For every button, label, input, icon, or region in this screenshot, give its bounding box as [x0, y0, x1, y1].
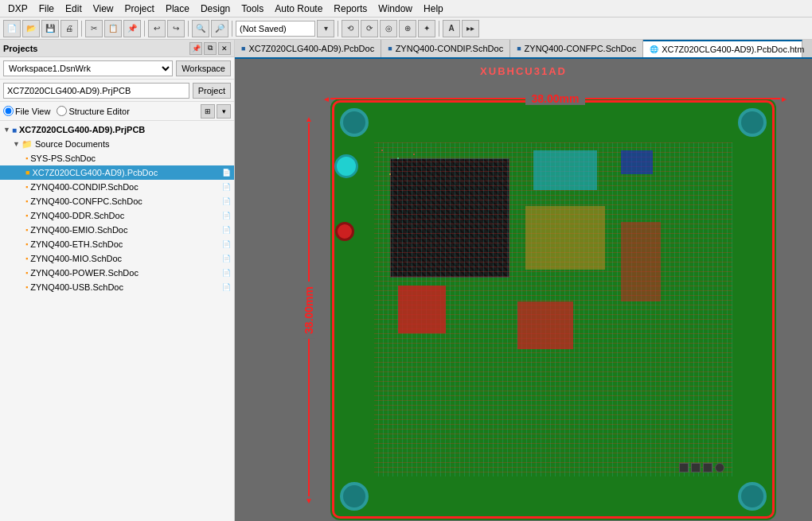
file-status-4: 📄 — [222, 212, 231, 220]
toolbar-copy[interactable]: 📋 — [104, 20, 122, 37]
list-item[interactable]: ■ XC7Z020CLG400-AD9).PcbDoc 📄 — [0, 165, 234, 180]
list-item[interactable]: ▪ ZYNQ400-MIO.SchDoc 📄 — [0, 251, 234, 266]
panel-pin-btn[interactable]: 📌 — [189, 42, 202, 55]
toolbar-b2[interactable]: ⟳ — [361, 20, 378, 37]
dim-h-line — [330, 98, 525, 99]
toolbar-open[interactable]: 📂 — [22, 20, 40, 37]
menu-dxp[interactable]: DXP — [3, 2, 33, 16]
workspace-select[interactable]: Workspace1.DsnWrk — [3, 60, 173, 76]
toolbar-sep6 — [439, 21, 439, 37]
dim-v-container: ▲ 38.00mm ▼ — [303, 115, 315, 505]
pcb-board — [330, 99, 776, 520]
menu-project[interactable]: Project — [120, 2, 159, 16]
view-icons: ⊞ ▾ — [201, 104, 231, 119]
list-item[interactable]: ▪ ZYNQ400-ETH.SchDoc 📄 — [0, 237, 234, 251]
tree-source-docs[interactable]: ▼ 📁 Source Documents — [0, 137, 234, 151]
file-label-9: ZYNQ400-USB.SchDoc — [30, 282, 123, 292]
pcb-canvas[interactable]: XUBHCU31AD ◄ 38.00mm ► ▲ 38.00mm ▼ — [235, 59, 812, 521]
menu-file[interactable]: File — [34, 2, 59, 16]
tab-icon-2: ■ — [517, 45, 521, 52]
file-icon-9: ▪ — [25, 283, 28, 291]
toolbar-sep2 — [144, 21, 145, 37]
file-status-8: 📄 — [222, 269, 231, 277]
comp-6 — [621, 222, 661, 301]
view-icon-expand[interactable]: ⊞ — [201, 104, 215, 119]
tree-toggle-src: ▼ — [13, 140, 20, 148]
file-icon-5: ▪ — [25, 226, 28, 234]
tab-pcbdoc[interactable]: ■ XC7Z020CLG400-AD9).PcbDoc — [235, 40, 381, 57]
menu-help[interactable]: Help — [419, 2, 448, 16]
file-label-5: ZYNQ400-EMIO.SchDoc — [30, 225, 127, 235]
toolbar-b4[interactable]: ⊕ — [399, 20, 416, 37]
toolbar-paste[interactable]: 📌 — [123, 20, 141, 37]
menu-design[interactable]: Design — [196, 2, 235, 16]
file-icon-6: ▪ — [25, 240, 28, 248]
list-item[interactable]: ▪ ZYNQ400-POWER.SchDoc 📄 — [0, 266, 234, 280]
menu-autoroute[interactable]: Auto Route — [270, 2, 327, 16]
toolbar-new[interactable]: 📄 — [3, 20, 21, 37]
menu-bar: DXP File Edit View Project Place Design … — [0, 0, 812, 17]
view-icon-options[interactable]: ▾ — [217, 104, 231, 119]
project-button[interactable]: Project — [193, 83, 231, 99]
toolbar-cut[interactable]: ✂ — [85, 20, 103, 37]
panel-close-btn[interactable]: ✕ — [218, 42, 231, 55]
file-label-6: ZYNQ400-ETH.SchDoc — [30, 239, 123, 249]
menu-place[interactable]: Place — [161, 2, 194, 16]
menu-reports[interactable]: Reports — [329, 2, 372, 16]
menu-window[interactable]: Window — [373, 2, 417, 16]
menu-tools[interactable]: Tools — [236, 2, 268, 16]
dim-h-container: ◄ 38.00mm ► — [322, 92, 788, 105]
toolbar-text-b[interactable]: A — [443, 20, 460, 37]
list-item[interactable]: ▪ SYS-PS.SchDoc — [0, 151, 234, 165]
bottom-chips — [679, 463, 724, 472]
toolbar-more[interactable]: ▸▸ — [462, 20, 479, 37]
dim-h-label: 38.00mm — [525, 92, 586, 105]
file-view-option[interactable]: File View — [3, 106, 50, 116]
menu-view[interactable]: View — [88, 2, 119, 16]
tree-container[interactable]: ▼ ■ XC7Z020CLG400-AD9).PrjPCB ▼ 📁 Source… — [0, 121, 234, 521]
list-item[interactable]: ▪ ZYNQ400-CONFPC.SchDoc 📄 — [0, 194, 234, 208]
toolbar-dropdown[interactable]: ▾ — [317, 20, 334, 37]
pcb-inner — [374, 142, 732, 476]
toolbar-b1[interactable]: ⟲ — [342, 20, 359, 37]
toolbar-undo[interactable]: ↩ — [148, 20, 166, 37]
content-area: ■ XC7Z020CLG400-AD9).PcbDoc ■ ZYNQ400-CO… — [235, 40, 812, 521]
folder-icon: 📁 — [21, 139, 33, 150]
toolbar-sep4 — [232, 21, 232, 37]
toolbar-print[interactable]: 🖨 — [61, 20, 78, 37]
toolbar-b5[interactable]: ✦ — [418, 20, 435, 37]
toolbar-save[interactable]: 💾 — [41, 20, 59, 37]
tab-confpc[interactable]: ■ ZYNQ400-CONFPC.SchDoc — [510, 40, 643, 57]
list-item[interactable]: ▪ ZYNQ400-EMIO.SchDoc 📄 — [0, 223, 234, 237]
dim-v-label: 38.00mm — [303, 282, 315, 339]
corner-tr — [738, 108, 767, 137]
toolbar-b3[interactable]: ◎ — [380, 20, 397, 37]
project-label: XC7Z020CLG400-AD9).PrjPCB — [3, 83, 189, 99]
panel-header: Projects 📌 ⧉ ✕ — [0, 40, 234, 57]
board-label: XUBHCU31AD — [480, 65, 567, 77]
menu-edit[interactable]: Edit — [61, 2, 87, 16]
tab-label-3: XC7Z020CLG400-AD9).PcbDoc.htm — [662, 45, 804, 54]
corner-br — [738, 482, 767, 511]
file-status-1: 📄 — [222, 169, 231, 177]
list-item[interactable]: ▪ ZYNQ400-DDR.SchDoc 📄 — [0, 208, 234, 223]
toolbar-sep5 — [338, 21, 338, 37]
toolbar-zoom-in[interactable]: 🔍 — [192, 20, 209, 37]
tree-toggle-root: ▼ — [3, 126, 10, 134]
panel-float-btn[interactable]: ⧉ — [204, 42, 217, 55]
list-item[interactable]: ▪ ZYNQ400-USB.SchDoc 📄 — [0, 280, 234, 294]
structure-view-option[interactable]: Structure Editor — [57, 106, 129, 116]
toolbar: 📄 📂 💾 🖨 ✂ 📋 📌 ↩ ↪ 🔍 🔎 (Not Saved) ▾ ⟲ ⟳ … — [0, 17, 812, 40]
tab-condip[interactable]: ■ ZYNQ400-CONDIP.SchDoc — [381, 40, 510, 57]
toolbar-redo[interactable]: ↪ — [167, 20, 185, 37]
toolbar-zoom-out[interactable]: 🔎 — [211, 20, 228, 37]
tree-root[interactable]: ▼ ■ XC7Z020CLG400-AD9).PrjPCB — [0, 122, 234, 137]
list-item[interactable]: ▪ ZYNQ400-CONDIP.SchDoc 📄 — [0, 180, 234, 194]
main-ic — [390, 158, 509, 278]
file-icon-0: ▪ — [25, 154, 28, 162]
workspace-button[interactable]: Workspace — [176, 60, 231, 76]
dim-v-line2 — [308, 338, 310, 496]
tab-htm[interactable]: 🌐 XC7Z020CLG400-AD9).PcbDoc.htm — [643, 40, 802, 57]
panel-controls: 📌 ⧉ ✕ — [189, 42, 231, 55]
file-icon-1: ■ — [25, 169, 29, 177]
